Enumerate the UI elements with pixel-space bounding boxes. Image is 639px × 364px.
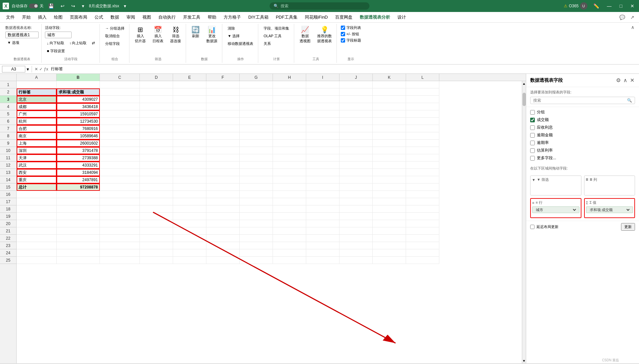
group-field-button[interactable]: 分组字段 <box>103 41 122 47</box>
defer-update-checkbox[interactable] <box>530 225 534 229</box>
grid-cell[interactable] <box>339 205 373 213</box>
grid-cell[interactable] <box>339 103 373 110</box>
rows-drag-area[interactable]: ≡ ≡ 行 城市 <box>530 198 581 218</box>
row-header-14[interactable]: 14 <box>0 176 16 183</box>
grid-cell[interactable] <box>100 96 140 103</box>
clear-button[interactable]: 清除 <box>226 25 237 32</box>
grid-cell[interactable] <box>240 132 273 140</box>
value-item-select[interactable]: 求和项:成交额 <box>588 207 631 212</box>
grid-cell[interactable] <box>306 235 339 242</box>
grid-cell[interactable]: 2497891 <box>57 176 100 183</box>
col-header-h[interactable]: H <box>273 74 306 81</box>
grid-cell[interactable] <box>406 81 439 88</box>
grid-cell[interactable] <box>406 88 439 96</box>
grid-cell[interactable] <box>306 118 339 125</box>
grid-cell[interactable]: 深圳 <box>17 147 57 154</box>
grid-cell[interactable] <box>373 88 406 96</box>
search-input[interactable] <box>281 4 347 8</box>
grid-cell[interactable] <box>240 110 273 118</box>
menu-view[interactable]: 视图 <box>139 13 154 22</box>
grid-cell[interactable] <box>406 235 439 242</box>
grid-cell[interactable] <box>406 176 439 183</box>
row-header-11[interactable]: 11 <box>0 154 16 162</box>
row-header-3[interactable]: 3 <box>0 96 16 103</box>
grid-cell[interactable] <box>140 242 173 249</box>
pivot-chart-button[interactable]: 📈 数据 透视图 <box>298 25 313 45</box>
pen-button[interactable]: ✏️ <box>591 3 601 9</box>
grid-cell[interactable] <box>173 198 206 205</box>
grid-cell[interactable] <box>273 110 306 118</box>
grid-cell[interactable] <box>339 81 373 88</box>
grid-cell[interactable] <box>306 220 339 227</box>
grid-cell[interactable] <box>173 257 206 264</box>
col-header-i[interactable]: I <box>306 74 339 81</box>
grid-cell[interactable] <box>173 183 206 191</box>
grid-cell[interactable] <box>373 183 406 191</box>
grid-cell[interactable] <box>306 176 339 183</box>
col-header-f[interactable]: F <box>206 74 240 81</box>
grid-cell[interactable] <box>17 235 57 242</box>
grid-cell[interactable] <box>373 176 406 183</box>
grid-cell[interactable] <box>57 249 100 257</box>
olap-button[interactable]: OLAP 工具 <box>262 33 284 39</box>
grid-cell[interactable] <box>240 162 273 169</box>
grid-cell[interactable] <box>17 198 57 205</box>
grid-cell[interactable] <box>240 183 273 191</box>
grid-cell[interactable] <box>339 88 373 96</box>
grid-cell[interactable] <box>57 257 100 264</box>
grid-cell[interactable] <box>140 132 173 140</box>
grid-cell[interactable] <box>306 88 339 96</box>
redo-button[interactable]: ↪ <box>69 3 77 9</box>
grid-cell[interactable] <box>339 183 373 191</box>
col-header-j[interactable]: J <box>339 74 373 81</box>
grid-cell[interactable] <box>206 88 240 96</box>
grid-cell[interactable] <box>306 132 339 140</box>
grid-cell[interactable] <box>373 81 406 88</box>
menu-autorun[interactable]: 自动执行 <box>155 13 179 22</box>
grid-cell[interactable] <box>306 249 339 257</box>
field-headers-check[interactable]: 字段标题 <box>341 38 361 43</box>
grid-cell[interactable]: 南京 <box>17 132 57 140</box>
grid-cell[interactable] <box>373 125 406 132</box>
grid-cell[interactable] <box>406 205 439 213</box>
grid-cell[interactable] <box>206 213 240 220</box>
grid-cell[interactable] <box>140 249 173 257</box>
row-header-24[interactable]: 24 <box>0 249 16 257</box>
filter-drag-area[interactable]: ▼ ▼ 筛选 <box>530 176 581 195</box>
row-header-2[interactable]: 2 <box>0 88 16 96</box>
grid-cell[interactable] <box>173 125 206 132</box>
grid-cell[interactable] <box>373 147 406 154</box>
grid-cell[interactable] <box>173 81 206 88</box>
grid-cell[interactable] <box>173 96 206 103</box>
grid-cell[interactable]: 武汉 <box>17 162 57 169</box>
grid-cell[interactable] <box>339 220 373 227</box>
grid-cell[interactable] <box>206 242 240 249</box>
grid-cell[interactable] <box>173 242 206 249</box>
menu-home[interactable]: 开始 <box>19 13 34 22</box>
grid-cell[interactable] <box>406 220 439 227</box>
grid-cell[interactable] <box>273 140 306 147</box>
grid-cell[interactable] <box>406 183 439 191</box>
row-header-6[interactable]: 6 <box>0 118 16 125</box>
field-checkbox[interactable] <box>530 118 535 122</box>
grid-cell[interactable] <box>240 147 273 154</box>
grid-cell[interactable] <box>406 242 439 249</box>
close-button[interactable]: ✕ <box>628 3 636 9</box>
menu-help[interactable]: 帮助 <box>204 13 220 22</box>
row-header-22[interactable]: 22 <box>0 235 16 242</box>
grid-cell[interactable] <box>100 81 140 88</box>
grid-cell[interactable]: 行标签 <box>17 88 57 96</box>
field-list-check[interactable]: 字段列表 <box>341 25 361 30</box>
grid-cell[interactable] <box>173 88 206 96</box>
grid-cell[interactable] <box>339 198 373 205</box>
field-search-input[interactable] <box>533 98 627 103</box>
grid-cell[interactable] <box>57 220 100 227</box>
row-header-1[interactable]: 1 <box>0 81 16 88</box>
menu-design[interactable]: 设计 <box>394 13 409 22</box>
grid-cell[interactable] <box>173 132 206 140</box>
grid-cell[interactable] <box>100 191 140 198</box>
grid-cell[interactable] <box>273 176 306 183</box>
value-item[interactable]: 求和项:成交额 <box>586 206 633 213</box>
row-header-18[interactable]: 18 <box>0 205 16 213</box>
grid-cell[interactable] <box>339 125 373 132</box>
